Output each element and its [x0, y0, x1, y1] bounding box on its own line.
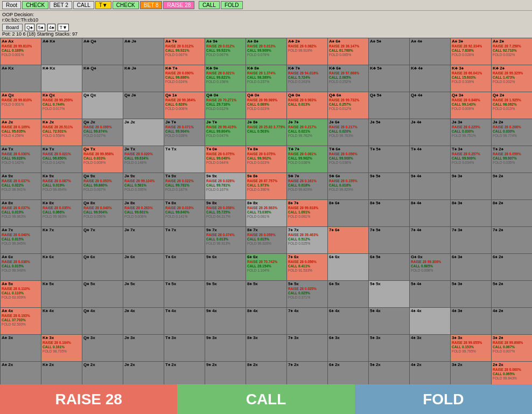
card-1: Q♠: [25, 24, 34, 31]
cell-j5s: J♠ 5♠: [369, 119, 410, 146]
cell-j6o: J♠ 6x: [123, 254, 164, 281]
hand-label: r:0c:b2c:Th:cb10: [2, 17, 38, 23]
cell-j6s: J♠ 6♠ RAISE 28 0.217% CALL 0.020% FOLD 9…: [328, 119, 369, 146]
cell-87s: 8♠ 7♠ RAISE 28 99.918% CALL 1.091% FOLD …: [287, 200, 328, 227]
cell-43o: 4♠ 3x: [410, 335, 451, 362]
cell-44: 4♠ 4x: [410, 308, 451, 335]
bet2-btn[interactable]: BET 2: [50, 1, 72, 9]
cell-a6o: A♠ 6x RAISE 28 0.038% CALL 0.015% FOLD 9…: [1, 254, 41, 281]
cell-k9s: K♣ 9♠ RAISE 28 0.021% CALL 99.821% FOLD …: [205, 65, 246, 92]
cell-q6o: Q♠ 6x: [82, 254, 123, 281]
cell-j4s: J♠ 4♠: [410, 119, 451, 146]
cell-85s: 8♠ 5♠: [369, 200, 410, 227]
cell-85o: 8♠ 5x: [246, 281, 287, 308]
cell-33: 3♠ 3x RAISE 28 99.055% CALL 0.153% FOLD …: [451, 335, 492, 362]
raise28-btn-top[interactable]: RAISE 28: [163, 1, 194, 9]
cell-jts: J♠ T♠ RAISE 28 0.071% CALL 99.904% FOLD …: [164, 119, 205, 146]
cell-k2o: K♠ 2x: [41, 362, 82, 387]
cell-j8o: J♠ 8x RAISE 28 0.263% CALL 99.601% FOLD …: [123, 200, 164, 227]
cell-j4o: J♠ 4x: [123, 308, 164, 335]
cell-q4o: Q♠ 4x: [82, 308, 123, 335]
cell-q2s: Q♠ 2♠ RAISE 28 1.925% CALL 98.062% FOLD …: [492, 92, 532, 119]
cell-q7o: Q♠ 7x: [82, 227, 123, 254]
cell-22: 2♠ 2x RAISE 28 0.000% CALL 0.065% FOLD 9…: [492, 362, 532, 387]
cell-82s: 8♠ 2♠: [492, 200, 532, 227]
cell-aks: A♣ K♠: [41, 38, 82, 65]
cell-a6s: A♠ 6♠ RAISE 28 38.147% CALL 61.768% FOLD…: [328, 38, 369, 65]
pot-info: Pot: 2 10 6 (18) Starting Stacks: 97: [2, 31, 530, 37]
cell-t9s: T♠ 0♠ RAISE 28 0.075% CALL 99.049% FOLD …: [205, 146, 246, 173]
cell-k2s: K♣ 2♠ RAISE 28 99.329% CALL 1.473% FOLD …: [492, 65, 532, 92]
cell-a9s: A♠ 9♠ RAISE 28 0.012% CALL 99.921% FOLD …: [205, 38, 246, 65]
cell-a4s: A♠ 4♠: [410, 38, 451, 65]
fold-button[interactable]: FOLD: [355, 384, 532, 414]
cell-55: 5♠ 5x: [369, 281, 410, 308]
card-2: 5♠: [37, 24, 45, 31]
cell-92s: 9♠ 2♠: [492, 173, 532, 200]
cell-53o: 5♠ 3x: [369, 335, 410, 362]
cell-a3o: A♠ 3x: [1, 335, 41, 362]
cell-32s: 3♠ 2♠ RAISE 28 99.898% CALL 0.067% FOLD …: [492, 335, 532, 362]
cell-a3s: A♠ 3♠ RAISE 28 92.334% CALL 7.638% FOLD …: [451, 38, 492, 65]
hand-matrix: A♠ Ax RAISE 28 99.810% CALL 0.189% FOLD …: [0, 38, 532, 387]
fold-sub-btn[interactable]: FOLD: [221, 1, 243, 9]
cell-64s: G♠ 0x RAISE 28 99.308% CALL 0.685% FOLD …: [410, 254, 451, 281]
cell-53s: 5♠ 3♠: [451, 281, 492, 308]
cell-75o: 5♠ 5x RAISE 28 0.025% CALL 0.025% FOLD 0…: [287, 281, 328, 308]
cell-a5o: A♠ 5x RAISE 28 0.110% CALL 0.110% FOLD 6…: [1, 281, 41, 308]
cell-62o: 6♠ 2x: [328, 362, 369, 387]
call-sub-btn[interactable]: CALL: [199, 1, 220, 9]
cell-k4o: K♠ 4x: [41, 308, 82, 335]
raise-button[interactable]: RAISE 28: [0, 384, 177, 414]
cell-t8o: T♠ 8x RAISE 28 0.019% CALL 99.840% FOLD …: [164, 200, 205, 227]
check-btn-2[interactable]: CHECK: [113, 1, 139, 9]
cell-42o: 4♠ 2x: [410, 362, 451, 387]
cell-qjo: Q♠ Jx RAISE 28 0.099% CALL 99.874% FOLD …: [82, 119, 123, 146]
cell-97o: 9♠ 7x RAISE 28 0.074% CALL 0.013% FOLD 9…: [205, 227, 246, 254]
cell-t5o: T♠ 5x: [164, 281, 205, 308]
cell-j8s: J♠ 8♠ RAISE 28 25.83 3.779% CALL 0.503%: [246, 119, 287, 146]
cell-kqs: K♣ Q♠: [82, 65, 123, 92]
cell-t4s: T♠ 4♠: [410, 146, 451, 173]
matrix-container: A♠ Ax RAISE 28 99.810% CALL 0.189% FOLD …: [0, 38, 532, 387]
cell-95s: 9♠ 5♠: [369, 173, 410, 200]
cell-32o: 3♠ 2x: [451, 362, 492, 387]
bet8-btn[interactable]: BET 8: [140, 1, 163, 9]
cell-65o: 6♠ 5x: [328, 281, 369, 308]
cell-93s: 9♠ 3♠: [451, 173, 492, 200]
cell-q5s: Q♠ 5♠: [369, 92, 410, 119]
call-btn-top[interactable]: CALL: [73, 1, 94, 9]
cell-t7s: T♣ 7♠ RAISE 28 0.081% CALL 99.902% FOLD …: [287, 146, 328, 173]
cell-96o: 9♠ 6x: [205, 254, 246, 281]
cell-99: 9♠ 9x RAISE 28 0.028% CALL 99.781% FOLD …: [205, 173, 246, 200]
cell-t6o: T♠ 6x: [164, 254, 205, 281]
cell-q4s: Q♠ 4♠: [410, 92, 451, 119]
cell-q3o: Q♠ 3x: [82, 335, 123, 362]
root-btn[interactable]: Root: [2, 1, 21, 9]
cell-43s: 4♠ 3♠: [451, 308, 492, 335]
cell-95o: 9♠ 5x: [205, 281, 246, 308]
cell-q9o: Q♠ 9x RAISE 28 0.053% CALL 99.880% FOLD …: [82, 173, 123, 200]
t-btn[interactable]: T▼: [95, 1, 111, 9]
check-btn-1[interactable]: CHECK: [22, 1, 48, 9]
cell-q8s: Q♣ 0♠ RAISE 28 99.989% CALL 0.089% FOLD …: [246, 92, 287, 119]
cell-kqo: K♠ Qx RAISE 28 99.259% CALL 0.744% FOLD …: [41, 92, 82, 119]
cell-a7o: A♠ 7x RAISE 28 0.040% CALL 0.015% FOLD 9…: [1, 227, 41, 254]
cell-k3o: K♠ 3x RAISE 28 0.104% CALL 0.161% FOLD 9…: [41, 335, 82, 362]
info-panel: OOP Decision: r:0c:b2c:Th:cb10 Board Q♠ …: [0, 11, 532, 38]
cell-k5o: K♠ 5x: [41, 281, 82, 308]
action-buttons: RAISE 28 CALL FOLD: [0, 384, 532, 414]
call-button[interactable]: CALL: [177, 384, 354, 414]
board-button[interactable]: Board: [2, 24, 23, 31]
cell-q9s: Q♣ 0♠ RAISE 28 70.271% CALL 29.716% FOLD…: [205, 92, 246, 119]
cell-q2o: Q♠ 2x: [82, 362, 123, 387]
cell-jj: J♠ Jx: [123, 119, 164, 146]
cell-t3s: T♠ 3♠ RAISE 28 0.257% CALL 99.909% FOLD …: [451, 146, 492, 173]
cell-k6o: K♠ 6x: [41, 254, 82, 281]
cell-t7o: T♠ 7x: [164, 227, 205, 254]
cell-q8o: Q♠ 8x RAISE 28 0.040% CALL 99.904% FOLD …: [82, 200, 123, 227]
cell-t3o: T♠ 3x: [164, 335, 205, 362]
cell-t9o: T♠ 9x RAISE 28 0.022% CALL 99.781% FOLD …: [164, 173, 205, 200]
cell-tt: T♠ Tx: [164, 146, 205, 173]
cell-kts: K♣ T♠ RAISE 28 0.090% CALL 99.886% FOLD …: [164, 65, 205, 92]
